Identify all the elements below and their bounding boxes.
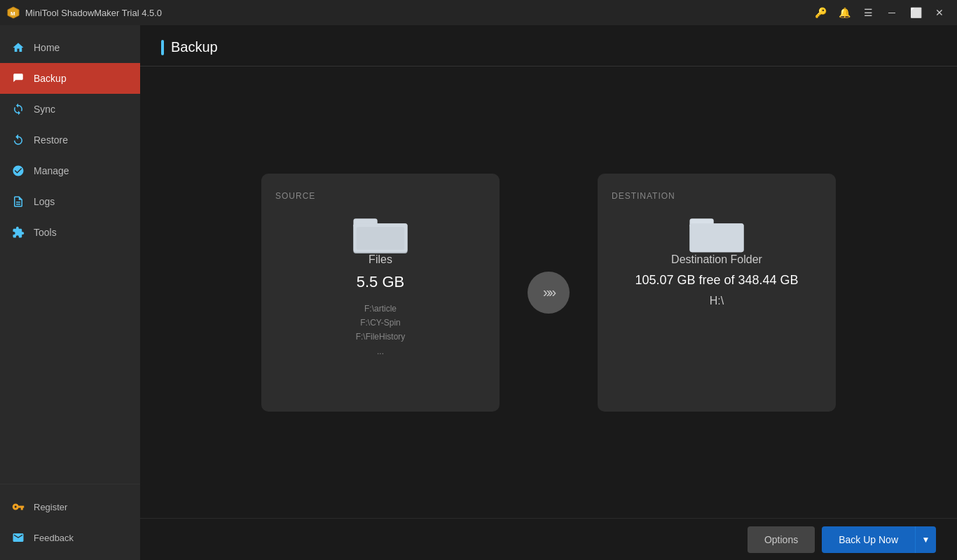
destination-folder-icon xyxy=(689,211,745,253)
feedback-icon xyxy=(11,531,25,545)
svg-rect-8 xyxy=(689,223,743,252)
page-title: Backup xyxy=(171,39,218,55)
options-button[interactable]: Options xyxy=(748,526,815,553)
source-label: SOURCE xyxy=(275,191,315,201)
sidebar-label-home: Home xyxy=(34,42,60,53)
restore-nav-icon xyxy=(11,133,25,147)
sidebar: Home Backup Sync Restore xyxy=(0,25,140,560)
destination-card[interactable]: DESTINATION Destination Folder 105.07 GB… xyxy=(598,174,836,412)
backup-now-dropdown-button[interactable]: ▼ xyxy=(915,526,936,553)
sidebar-item-tools[interactable]: Tools xyxy=(0,217,140,248)
key-icon-button[interactable]: 🔑 xyxy=(810,3,831,22)
sidebar-bottom: Register Feedback xyxy=(0,484,140,560)
sidebar-label-manage: Manage xyxy=(34,165,69,176)
sidebar-label-restore: Restore xyxy=(34,134,68,146)
source-path-2: F:\CY-Spin xyxy=(356,316,406,330)
sidebar-item-restore[interactable]: Restore xyxy=(0,125,140,155)
sidebar-item-home[interactable]: Home xyxy=(0,32,140,63)
destination-freespace: 105.07 GB free of 348.44 GB xyxy=(635,273,798,288)
sidebar-label-backup: Backup xyxy=(34,73,67,84)
tools-icon xyxy=(11,225,25,239)
destination-drive: H:\ xyxy=(710,295,724,307)
minimize-button[interactable]: ─ xyxy=(881,3,902,22)
sync-icon xyxy=(11,102,25,116)
svg-text:M: M xyxy=(11,10,15,17)
window-controls: 🔑 🔔 ☰ ─ ⬜ ✕ xyxy=(810,3,950,22)
sidebar-item-register[interactable]: Register xyxy=(0,491,140,522)
source-path-3: F:\FileHistory xyxy=(356,330,406,344)
sidebar-item-logs[interactable]: Logs xyxy=(0,186,140,217)
sidebar-item-sync[interactable]: Sync xyxy=(0,94,140,125)
backup-icon xyxy=(11,71,25,85)
sidebar-item-backup[interactable]: Backup xyxy=(0,63,140,94)
source-path-ellipsis: ... xyxy=(356,344,406,358)
source-folder-icon xyxy=(352,211,408,253)
app-logo-icon: M xyxy=(7,6,20,19)
backup-now-button[interactable]: Back Up Now xyxy=(822,526,915,553)
sidebar-item-manage[interactable]: Manage xyxy=(0,155,140,186)
destination-name: Destination Folder xyxy=(671,253,762,266)
sidebar-label-feedback: Feedback xyxy=(34,533,74,543)
menu-icon-button[interactable]: ☰ xyxy=(858,3,879,22)
sidebar-label-sync: Sync xyxy=(34,104,55,115)
backup-area: SOURCE Files 5.5 GB F:\article F:\CY-Spi… xyxy=(140,66,957,518)
sidebar-label-tools: Tools xyxy=(34,227,57,238)
title-bar: M MiniTool ShadowMaker Trial 4.5.0 🔑 🔔 ☰… xyxy=(0,0,957,25)
logs-icon xyxy=(11,195,25,209)
home-icon xyxy=(11,41,25,55)
manage-icon xyxy=(11,164,25,178)
page-header: Backup xyxy=(140,25,957,66)
footer: Options Back Up Now ▼ xyxy=(140,518,957,560)
source-card[interactable]: SOURCE Files 5.5 GB F:\article F:\CY-Spi… xyxy=(261,174,500,412)
source-size: 5.5 GB xyxy=(357,273,404,291)
source-path-1: F:\article xyxy=(356,302,406,316)
main-layout: Home Backup Sync Restore xyxy=(0,25,957,560)
sidebar-nav: Home Backup Sync Restore xyxy=(0,25,140,484)
dropdown-arrow-icon: ▼ xyxy=(922,535,930,545)
source-name: Files xyxy=(369,253,392,266)
svg-rect-5 xyxy=(357,227,405,250)
source-paths: F:\article F:\CY-Spin F:\FileHistory ... xyxy=(356,302,406,359)
sidebar-label-logs: Logs xyxy=(34,196,55,207)
backup-now-group: Back Up Now ▼ xyxy=(822,526,936,553)
title-accent-bar xyxy=(161,40,164,55)
close-button[interactable]: ✕ xyxy=(929,3,950,22)
arrow-connector: »» xyxy=(528,272,570,314)
sidebar-label-register: Register xyxy=(34,502,67,512)
destination-label: DESTINATION xyxy=(612,191,675,201)
sidebar-item-feedback[interactable]: Feedback xyxy=(0,522,140,553)
register-icon xyxy=(11,500,25,514)
content-area: Backup SOURCE Files 5.5 GB F:\article F:… xyxy=(140,25,957,560)
notification-icon-button[interactable]: 🔔 xyxy=(834,3,855,22)
arrow-symbol: »» xyxy=(543,284,554,300)
restore-button[interactable]: ⬜ xyxy=(905,3,926,22)
app-title: MiniTool ShadowMaker Trial 4.5.0 xyxy=(25,8,810,18)
